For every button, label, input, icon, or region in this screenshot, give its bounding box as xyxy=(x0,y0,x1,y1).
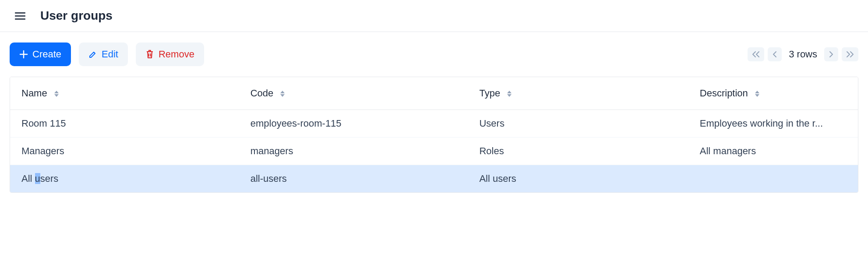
hamburger-menu-icon[interactable] xyxy=(13,11,27,21)
edit-button-label: Edit xyxy=(102,49,118,60)
cell-name: Room 115 xyxy=(10,110,239,138)
plus-icon xyxy=(19,50,28,59)
cell-type: All users xyxy=(468,165,688,193)
pencil-icon xyxy=(88,50,97,59)
cell-type: Users xyxy=(468,110,688,138)
last-page-button[interactable] xyxy=(842,47,858,61)
cell-description xyxy=(688,165,858,193)
table-row[interactable]: ManagersmanagersRolesAll managers xyxy=(10,138,858,165)
column-header-description[interactable]: Description xyxy=(688,77,858,110)
sort-icon xyxy=(507,91,512,97)
page-title: User groups xyxy=(40,9,113,23)
chevron-double-left-icon xyxy=(752,51,760,58)
remove-button-label: Remove xyxy=(159,49,194,60)
chevron-left-icon xyxy=(772,51,777,58)
prev-page-button[interactable] xyxy=(768,47,782,61)
row-count: 3 rows xyxy=(785,49,821,60)
edit-button[interactable]: Edit xyxy=(79,42,128,66)
toolbar: Create Edit Remove 3 rows xyxy=(0,32,868,77)
column-header-name[interactable]: Name xyxy=(10,77,239,110)
sort-icon xyxy=(54,91,59,97)
header: User groups xyxy=(0,0,868,32)
table-row[interactable]: Room 115employees-room-115UsersEmployees… xyxy=(10,110,858,138)
column-header-type[interactable]: Type xyxy=(468,77,688,110)
column-header-code[interactable]: Code xyxy=(239,77,468,110)
column-header-description-label: Description xyxy=(700,88,748,99)
remove-button[interactable]: Remove xyxy=(136,42,204,66)
cell-name: All users xyxy=(10,165,239,193)
first-page-button[interactable] xyxy=(748,47,764,61)
table-row[interactable]: All usersall-usersAll users xyxy=(10,165,858,193)
cell-description: Employees working in the r... xyxy=(688,110,858,138)
column-header-type-label: Type xyxy=(479,88,500,99)
cell-code: employees-room-115 xyxy=(239,110,468,138)
column-header-name-label: Name xyxy=(21,88,47,99)
chevron-right-icon xyxy=(829,51,834,58)
table-container: Name Code Type Description Room 115emplo… xyxy=(10,77,858,193)
user-groups-table: Name Code Type Description Room 115emplo… xyxy=(10,77,858,192)
cell-code: all-users xyxy=(239,165,468,193)
cell-type: Roles xyxy=(468,138,688,165)
column-header-code-label: Code xyxy=(251,88,274,99)
create-button-label: Create xyxy=(32,49,61,60)
chevron-double-right-icon xyxy=(846,51,854,58)
sort-icon xyxy=(755,91,759,97)
cell-code: managers xyxy=(239,138,468,165)
pagination: 3 rows xyxy=(748,47,858,61)
create-button[interactable]: Create xyxy=(10,42,71,66)
cell-name: Managers xyxy=(10,138,239,165)
trash-icon xyxy=(145,50,154,59)
sort-icon xyxy=(280,91,285,97)
cell-description: All managers xyxy=(688,138,858,165)
next-page-button[interactable] xyxy=(824,47,838,61)
